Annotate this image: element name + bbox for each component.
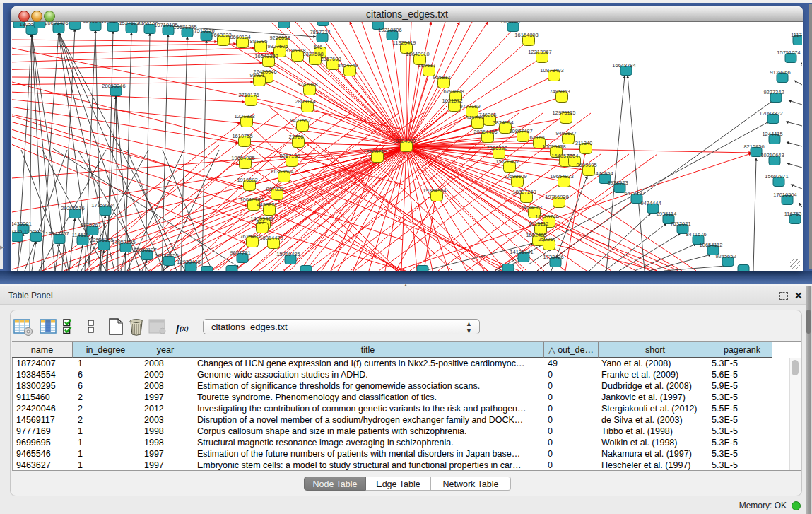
svg-text:7964: 7964 (567, 153, 579, 159)
svg-text:19384554: 19384554 (423, 187, 446, 194)
svg-text:11325419: 11325419 (393, 40, 416, 46)
svg-text:15751074: 15751074 (777, 49, 800, 56)
svg-text:9226058: 9226058 (269, 35, 290, 41)
svg-text:0699695: 0699695 (576, 162, 596, 168)
svg-text:16154808: 16154808 (514, 32, 538, 38)
svg-text:19218506: 19218506 (378, 27, 401, 33)
svg-text:3824554: 3824554 (493, 119, 513, 126)
svg-text:252254: 252254 (538, 236, 555, 243)
svg-text:17359924: 17359924 (91, 202, 114, 209)
svg-text:20206516: 20206516 (61, 205, 84, 211)
svg-text:8660124: 8660124 (230, 34, 250, 40)
svg-text:9227342: 9227342 (763, 89, 784, 95)
svg-text:1527602: 1527602 (119, 22, 139, 26)
svg-text:(x): (x) (180, 324, 189, 333)
svg-text:891295: 891295 (249, 38, 267, 45)
svg-text:12505135: 12505135 (90, 237, 113, 243)
svg-text:1221338: 1221338 (234, 113, 254, 119)
svg-text:9975867: 9975867 (80, 222, 100, 228)
svg-text:10210643: 10210643 (760, 152, 784, 158)
svg-text:1117: 1117 (791, 32, 802, 38)
svg-text:8471676: 8471676 (686, 231, 706, 238)
svg-text:9245652: 9245652 (715, 253, 736, 259)
svg-text:9129966: 9129966 (770, 69, 790, 76)
svg-text:15692971: 15692971 (765, 173, 788, 180)
svg-text:12942757: 12942757 (45, 230, 69, 237)
svg-text:16120746: 16120746 (535, 214, 558, 220)
svg-text:21700: 21700 (289, 134, 304, 140)
svg-text:19756928: 19756928 (545, 194, 568, 200)
svg-text:8813054: 8813054 (365, 22, 386, 23)
svg-text:20364436: 20364436 (473, 129, 497, 135)
svg-text:127: 127 (256, 219, 265, 226)
svg-text:18807249: 18807249 (512, 189, 536, 195)
svg-text:10973493: 10973493 (540, 67, 563, 74)
svg-text:10025438: 10025438 (542, 144, 565, 150)
svg-text:11353594: 11353594 (271, 168, 294, 175)
svg-text:12213967: 12213967 (528, 49, 551, 55)
svg-text:10688609: 10688609 (503, 173, 526, 180)
svg-text:16543382: 16543382 (254, 53, 278, 59)
svg-text:16914479: 16914479 (259, 235, 283, 241)
svg-text:116753: 116753 (784, 211, 801, 217)
svg-text:1440954: 1440954 (592, 170, 613, 177)
svg-text:39135: 39135 (12, 228, 22, 235)
svg-text:7857224: 7857224 (310, 29, 330, 35)
svg-text:19654985: 19654985 (231, 155, 254, 161)
svg-text:7632621: 7632621 (670, 221, 690, 227)
svg-text:16782759: 16782759 (155, 252, 178, 259)
svg-text:2935114: 2935114 (657, 211, 677, 217)
svg-text:18640910: 18640910 (406, 51, 429, 57)
svg-text:12975115: 12975115 (553, 110, 576, 116)
svg-text:10807487: 10807487 (509, 128, 532, 134)
svg-text:7625402: 7625402 (240, 233, 260, 240)
svg-text:6479197: 6479197 (624, 190, 645, 197)
svg-text:13958127: 13958127 (133, 247, 156, 253)
svg-text:1435061: 1435061 (12, 221, 32, 227)
svg-text:8454749: 8454749 (337, 62, 358, 69)
svg-text:15720407: 15720407 (495, 158, 519, 165)
svg-text:7485063: 7485063 (549, 88, 570, 95)
svg-text:9777169: 9777169 (459, 103, 480, 110)
svg-text:17016504: 17016504 (773, 192, 796, 198)
svg-text:169617: 169617 (418, 62, 435, 69)
svg-text:12923446: 12923446 (177, 259, 200, 265)
svg-text:16648784: 16648784 (612, 62, 635, 69)
svg-text:867833: 867833 (266, 186, 283, 192)
svg-text:98901: 98901 (250, 72, 265, 78)
svg-text:2867608: 2867608 (320, 56, 341, 62)
svg-text:2087682: 2087682 (500, 22, 521, 25)
svg-text:9657791: 9657791 (230, 250, 250, 256)
svg-text:1733426: 1733426 (543, 254, 563, 260)
svg-text:10654112: 10654112 (700, 242, 723, 248)
svg-text:20691406: 20691406 (45, 22, 68, 26)
svg-text:12093822: 12093822 (759, 110, 782, 117)
svg-text:546: 546 (314, 44, 323, 50)
svg-text:6794028: 6794028 (443, 88, 464, 95)
svg-text:1610755: 1610755 (232, 133, 252, 139)
svg-text:955812: 955812 (433, 74, 450, 81)
svg-text:14136141: 14136141 (510, 249, 533, 255)
svg-text:28053346: 28053346 (102, 83, 125, 89)
svg-text:1156829: 1156829 (24, 228, 45, 235)
svg-text:9463627: 9463627 (555, 130, 576, 136)
svg-text:746266: 746266 (478, 112, 496, 118)
svg-text:18300215: 18300215 (363, 148, 387, 155)
svg-text:7386322: 7386322 (486, 145, 507, 151)
svg-text:15716485: 15716485 (276, 251, 300, 257)
svg-text:2803144: 2803144 (295, 98, 315, 105)
svg-text:9474444: 9474444 (640, 200, 661, 206)
svg-text:9242848: 9242848 (297, 81, 317, 88)
svg-text:4498222: 4498222 (257, 201, 277, 208)
svg-text:1615112: 1615112 (529, 221, 549, 227)
svg-text:1916682: 1916682 (237, 177, 257, 183)
svg-text:8427552: 8427552 (290, 117, 310, 124)
svg-text:8215956: 8215956 (743, 144, 764, 150)
svg-text:62160: 62160 (530, 134, 545, 141)
svg-text:17957225: 17957225 (112, 239, 135, 245)
svg-text:311340: 311340 (575, 140, 592, 146)
svg-text:8938923: 8938923 (607, 180, 628, 186)
svg-text:18724007: 18724007 (392, 138, 416, 144)
svg-text:7663822: 7663822 (211, 32, 231, 38)
svg-text:19654923: 19654923 (550, 173, 573, 180)
